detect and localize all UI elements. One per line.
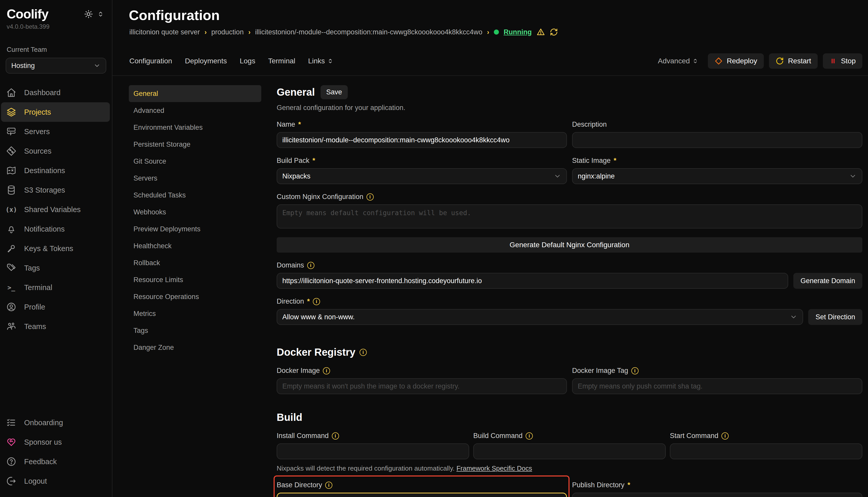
redeploy-button[interactable]: Redeploy [708,53,764,69]
subnav-scheduled-tasks[interactable]: Scheduled Tasks [129,187,261,204]
build-pack-value: Nixpacks [282,172,311,180]
sidebar-item-label: Profile [24,303,45,311]
refresh-icon[interactable] [550,28,558,36]
required-mark: * [298,120,301,128]
generate-nginx-button[interactable]: Generate Default Nginx Configuration [277,237,862,253]
section-title-docker-registry: Docker Registry [277,346,356,358]
sidebar-item-label: Keys & Tokens [24,244,73,253]
info-icon[interactable]: i [332,432,339,440]
info-icon[interactable]: i [313,298,320,305]
server-icon [6,126,16,137]
subnav-servers[interactable]: Servers [129,170,261,187]
static-image-select[interactable]: nginx:alpine [572,168,862,184]
description-label: Description [572,120,862,128]
build-pack-select[interactable]: Nixpacks [277,168,567,184]
tab-deployments[interactable]: Deployments [185,57,227,65]
advanced-dropdown[interactable]: Advanced [658,57,698,65]
subnav-metrics[interactable]: Metrics [129,305,261,322]
tab-links[interactable]: Links [308,57,333,65]
sidebar-item-label: Notifications [24,225,65,233]
subnav-environment-variables[interactable]: Environment Variables [129,119,261,136]
publish-directory-input[interactable] [572,493,862,497]
restart-button[interactable]: Restart [769,53,818,69]
team-select[interactable]: Hosting [6,58,106,74]
generate-domain-button[interactable]: Generate Domain [793,273,862,289]
restart-icon [776,57,784,65]
sidebar-item-terminal[interactable]: >_ Terminal [0,278,112,297]
sidebar-item-profile[interactable]: Profile [0,297,112,317]
info-icon[interactable]: i [367,193,374,201]
base-directory-input[interactable] [277,493,567,497]
docker-image-tag-input[interactable] [572,378,862,394]
tab-configuration[interactable]: Configuration [129,57,172,65]
subnav-general[interactable]: General [129,85,261,102]
sidebar-item-logout[interactable]: Logout [0,471,112,491]
sidebar-item-label: Projects [24,108,51,116]
warning-icon[interactable] [536,28,545,37]
subnav-resource-operations[interactable]: Resource Operations [129,288,261,305]
sidebar-item-onboarding[interactable]: Onboarding [0,413,112,432]
info-icon[interactable]: i [631,367,638,374]
subnav-resource-limits[interactable]: Resource Limits [129,271,261,288]
set-direction-button[interactable]: Set Direction [808,309,862,325]
tab-terminal[interactable]: Terminal [268,57,295,65]
subnav-danger-zone[interactable]: Danger Zone [129,339,261,356]
sidebar-item-s3-storages[interactable]: S3 Storages [0,180,112,200]
sidebar-item-feedback[interactable]: Feedback [0,452,112,471]
build-command-input[interactable] [473,443,666,459]
subnav-tags[interactable]: Tags [129,322,261,339]
sidebar-item-dashboard[interactable]: Dashboard [0,83,112,102]
info-icon[interactable]: i [323,367,330,374]
save-button[interactable]: Save [320,85,348,99]
braces-x-icon: (x) [6,204,16,215]
info-icon[interactable]: i [526,432,533,440]
toolbar-actions: Advanced Redeploy Restart [658,53,862,69]
framework-docs-link[interactable]: Framework Specific Docs [456,465,532,472]
sidebar-item-destinations[interactable]: Destinations [0,161,112,180]
info-icon[interactable]: i [360,349,367,356]
static-image-label: Static Image* [572,157,862,165]
database-icon [6,185,16,195]
breadcrumb-separator: › [248,28,250,36]
docker-image-input[interactable] [277,378,567,394]
subnav-webhooks[interactable]: Webhooks [129,204,261,221]
docker-image-label: Docker Image i [277,367,567,375]
sidebar-item-notifications[interactable]: Notifications [0,219,112,239]
name-input[interactable] [277,132,567,148]
redeploy-icon [715,57,723,65]
domains-input[interactable] [277,273,788,289]
sidebar-item-projects[interactable]: Projects [1,102,110,122]
sidebar-item-sponsor[interactable]: Sponsor us [0,432,112,452]
subnav-persistent-storage[interactable]: Persistent Storage [129,136,261,153]
custom-nginx-textarea[interactable] [277,204,862,228]
sidebar-item-label: Shared Variables [24,205,81,214]
sidebar-item-teams[interactable]: Teams [0,317,112,336]
start-command-input[interactable] [670,443,862,459]
sidebar-item-keys-tokens[interactable]: Keys & Tokens [0,239,112,258]
description-input[interactable] [572,132,862,148]
tab-logs[interactable]: Logs [240,57,256,65]
subnav-preview-deployments[interactable]: Preview Deployments [129,221,261,238]
info-icon[interactable]: i [325,482,332,489]
direction-select[interactable]: Allow www & non-www. [277,309,803,325]
subnav-advanced[interactable]: Advanced [129,102,261,119]
breadcrumb-project[interactable]: illicitonion quote server [129,28,200,36]
subnav-healthcheck[interactable]: Healthcheck [129,238,261,254]
stop-button[interactable]: Stop [823,53,862,69]
sidebar-item-shared-variables[interactable]: (x) Shared Variables [0,200,112,219]
breadcrumb-environment[interactable]: production [211,28,244,36]
sidebar-item-servers[interactable]: Servers [0,122,112,141]
sidebar-item-sources[interactable]: Sources [0,141,112,161]
sidebar-item-tags[interactable]: Tags [0,258,112,278]
status-badge[interactable]: Running [504,28,532,36]
subnav-rollback[interactable]: Rollback [129,254,261,271]
breadcrumb-application[interactable]: illicitestonion/-module--decomposition:m… [255,28,482,36]
info-icon[interactable]: i [721,432,729,440]
info-icon[interactable]: i [307,262,314,269]
theme-switcher-chevrons-icon[interactable] [98,11,104,18]
theme-sun-icon[interactable] [84,10,93,18]
section-title-general: General [277,86,315,98]
status-dot [494,29,499,34]
subnav-git-source[interactable]: Git Source [129,153,261,170]
install-command-input[interactable] [277,443,469,459]
